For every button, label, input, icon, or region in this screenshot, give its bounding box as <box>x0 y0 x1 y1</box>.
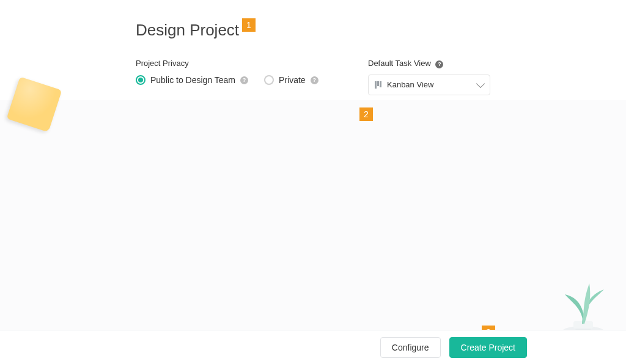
lower-panel <box>0 100 626 364</box>
privacy-label: Project Privacy <box>136 59 319 68</box>
radio-selected-icon <box>136 75 145 85</box>
project-title-input[interactable] <box>136 21 490 46</box>
default-view-value: Kanban View <box>387 80 433 89</box>
privacy-private-radio[interactable]: Private ? <box>264 75 319 85</box>
plant-icon <box>547 265 620 338</box>
default-view-label: Default Task View ? <box>368 59 490 68</box>
kanban-icon <box>375 81 382 89</box>
help-icon[interactable]: ? <box>311 76 319 84</box>
default-view-label-text: Default Task View <box>368 59 431 68</box>
help-icon[interactable]: ? <box>435 60 443 68</box>
privacy-private-label: Private <box>279 75 306 85</box>
footer-bar: Configure Create Project <box>0 330 626 364</box>
callout-badge-2: 2 <box>359 107 373 121</box>
default-view-select[interactable]: Kanban View <box>368 75 490 95</box>
create-project-button[interactable]: Create Project <box>449 337 527 358</box>
callout-badge-1: 1 <box>242 18 256 32</box>
privacy-public-label: Public to Design Team <box>150 75 235 85</box>
privacy-public-radio[interactable]: Public to Design Team ? <box>136 75 248 85</box>
plant-decor <box>547 265 620 338</box>
configure-button[interactable]: Configure <box>380 337 441 358</box>
help-icon[interactable]: ? <box>240 76 248 84</box>
chevron-down-icon <box>476 79 485 88</box>
radio-unselected-icon <box>264 75 274 85</box>
